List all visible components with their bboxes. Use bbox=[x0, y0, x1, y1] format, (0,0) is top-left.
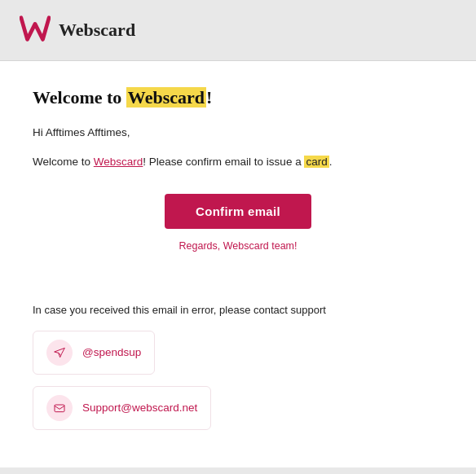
support-email-link[interactable]: Support@webscard.net bbox=[82, 402, 197, 414]
telegram-contact-item: @spendsup bbox=[33, 331, 155, 375]
welcome-prefix: Welcome to bbox=[33, 87, 126, 108]
footer-area: In case you received this email in error… bbox=[0, 304, 476, 467]
body-brand-link[interactable]: Webscard bbox=[94, 156, 143, 168]
email-icon bbox=[53, 402, 66, 415]
body-period: . bbox=[329, 156, 333, 168]
body-suffix: ! Please confirm email to issue a bbox=[143, 156, 304, 168]
telegram-icon bbox=[53, 346, 66, 359]
email-icon-wrap bbox=[46, 395, 73, 421]
confirm-button-wrapper: Confirm email bbox=[33, 194, 443, 229]
body-prefix: Welcome to bbox=[33, 156, 94, 168]
welcome-suffix: ! bbox=[206, 87, 212, 108]
email-body: Welcome to Webscard! Hi Afftimes Afftime… bbox=[0, 61, 476, 304]
email-header: Webscard bbox=[0, 0, 476, 61]
confirm-email-button[interactable]: Confirm email bbox=[165, 194, 311, 229]
regards-prefix: Regards, bbox=[179, 240, 223, 252]
body-paragraph: Welcome to Webscard! Please confirm emai… bbox=[33, 153, 443, 171]
telegram-link[interactable]: @spendsup bbox=[82, 346, 141, 358]
webscard-logo-icon bbox=[20, 15, 51, 46]
regards-suffix: team! bbox=[269, 240, 298, 252]
header-title: Webscard bbox=[59, 20, 135, 41]
email-contact-item: Support@webscard.net bbox=[33, 386, 211, 430]
svg-rect-0 bbox=[55, 405, 64, 412]
welcome-heading: Welcome to Webscard! bbox=[33, 87, 443, 108]
regards-brand: Webscard bbox=[223, 240, 269, 252]
body-card: card bbox=[304, 156, 328, 168]
welcome-brand: Webscard bbox=[126, 87, 206, 108]
regards-text: Regards, Webscard team! bbox=[33, 240, 443, 252]
error-notice: In case you received this email in error… bbox=[33, 304, 443, 316]
greeting-text: Hi Afftimes Afftimes, bbox=[33, 126, 443, 138]
telegram-icon-wrap bbox=[46, 340, 73, 366]
